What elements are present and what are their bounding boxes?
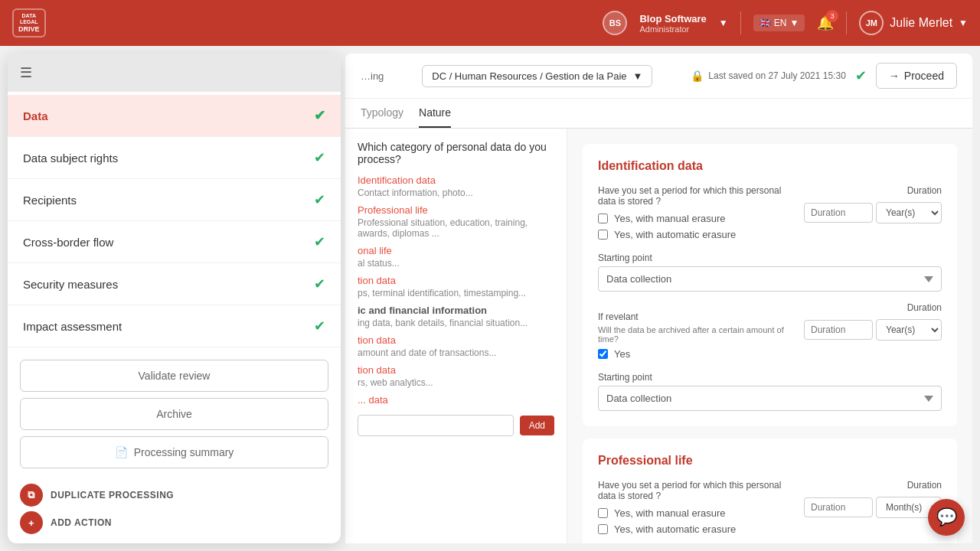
user-name: Julie Merlet xyxy=(890,16,952,30)
company-dropdown-icon[interactable]: ▼ xyxy=(719,18,728,28)
validate-review-button[interactable]: Validate review xyxy=(20,360,328,392)
proceed-button[interactable]: → Proceed xyxy=(876,63,957,89)
professional-title: Professional life xyxy=(598,454,942,468)
automatic-erasure-checkbox[interactable] xyxy=(598,230,608,240)
save-text: Last saved on 27 July 2021 15:30 xyxy=(708,70,845,81)
archive-yes-label: Yes xyxy=(614,348,630,360)
category-professional2[interactable]: onal life al status... xyxy=(358,245,554,269)
navbar-right: BS Blop Software Administrator ▼ 🇬🇧 EN ▼… xyxy=(603,11,968,35)
summary-label: Processing summary xyxy=(134,446,234,458)
checkbox-automatic: Yes, with automatic erasure xyxy=(598,229,789,240)
identification-title: Identification data xyxy=(598,159,942,173)
professional-card: Professional life Have you set a period … xyxy=(583,439,957,543)
check-saved-icon: ✔ xyxy=(855,67,867,84)
company-avatar[interactable]: BS xyxy=(603,11,627,35)
add-category-input[interactable] xyxy=(358,415,514,436)
sidebar-item-recipients[interactable]: Recipients ✔ xyxy=(8,179,341,221)
check-icon-recipients: ✔ xyxy=(314,191,325,208)
identification-storage-row: Have you set a period for which this per… xyxy=(598,185,942,245)
sidebar-buttons: Validate review Archive 📄 Processing sum… xyxy=(8,350,341,478)
archive-duration-input[interactable] xyxy=(804,320,873,340)
if-relevant-sub: Will the data be archived after a certai… xyxy=(598,325,789,344)
add-action-label: ADD ACTION xyxy=(51,517,112,528)
company-name: Blop Software xyxy=(639,13,706,24)
duration-unit-select[interactable]: Year(s) Month(s) Day(s) xyxy=(876,202,942,223)
sidebar-item-data[interactable]: Data ✔ xyxy=(8,95,341,137)
proceed-label: Proceed xyxy=(904,70,944,82)
category-identification[interactable]: Identification data Contact information,… xyxy=(358,174,554,198)
language-selector[interactable]: 🇬🇧 EN ▼ xyxy=(753,15,805,31)
check-icon-security: ✔ xyxy=(314,276,325,292)
sidebar-item-data-subject-rights[interactable]: Data subject rights ✔ xyxy=(8,137,341,179)
archive-duration-select[interactable]: Year(s) Month(s) xyxy=(876,319,942,341)
manual-erasure-label: Yes, with manual erasure xyxy=(614,213,726,224)
category-other[interactable]: ... data xyxy=(358,394,554,406)
header-right: 🔒 Last saved on 27 July 2021 15:30 ✔ → P… xyxy=(691,63,957,89)
identification-duration: Duration Year(s) Month(s) Day(s) xyxy=(804,185,942,223)
tab-typology[interactable]: Typology xyxy=(361,99,403,128)
identification-checkboxes: Have you set a period for which this per… xyxy=(598,185,789,245)
archive-yes-checkbox[interactable] xyxy=(598,349,608,359)
category-sub: Professional situation, education, train… xyxy=(358,217,554,239)
identification-card: Identification data Have you set a perio… xyxy=(583,144,957,426)
breadcrumb-left: …ing xyxy=(361,70,384,82)
duplicate-action[interactable]: ⧉ DUPLICATE PROCESSING xyxy=(20,484,328,507)
content-header: …ing DC / Human Resources / Gestion de l… xyxy=(345,54,972,99)
sidebar-nav: Data ✔ Data subject rights ✔ Recipients … xyxy=(8,92,341,350)
tab-nature[interactable]: Nature xyxy=(419,99,451,128)
category-question: Which category of personal data do you p… xyxy=(358,141,554,165)
proceed-arrow-icon: → xyxy=(889,70,900,82)
sidebar-item-label: Recipients xyxy=(23,194,77,207)
check-icon-impact: ✔ xyxy=(314,318,325,334)
automatic-erasure-label: Yes, with automatic erasure xyxy=(614,229,736,240)
add-category-button[interactable]: Add xyxy=(520,416,554,435)
archive-button[interactable]: Archive xyxy=(20,398,328,430)
question-panel: Which category of personal data do you p… xyxy=(345,129,567,543)
category-transaction1[interactable]: tion data ps, terminal identification, t… xyxy=(358,275,554,298)
sidebar-item-security[interactable]: Security measures ✔ xyxy=(8,263,341,305)
add-action[interactable]: + ADD ACTION xyxy=(20,511,328,534)
category-transaction2[interactable]: tion data amount and date of transaction… xyxy=(358,334,554,358)
notification-badge: 3 xyxy=(826,10,838,22)
pro-automatic-checkbox[interactable] xyxy=(598,524,608,534)
category-sub: al status... xyxy=(358,258,554,269)
breadcrumb-dropdown[interactable]: DC / Human Resources / Gestion de la Pai… xyxy=(422,65,652,87)
user-menu[interactable]: JM Julie Merlet ▼ xyxy=(859,11,968,35)
chat-bubble-button[interactable]: 💬 xyxy=(928,499,965,536)
content-area: …ing DC / Human Resources / Gestion de l… xyxy=(341,46,980,551)
processing-summary-button[interactable]: 📄 Processing summary xyxy=(20,436,328,468)
category-transaction3[interactable]: tion data rs, web analytics... xyxy=(358,364,554,388)
breadcrumb-text: DC / Human Resources / Gestion de la Pai… xyxy=(432,70,626,82)
pro-duration-input[interactable] xyxy=(804,497,873,517)
category-link: Identification data xyxy=(358,174,554,186)
category-link: tion data xyxy=(358,364,554,376)
content-tabs: Typology Nature xyxy=(345,99,972,129)
separator xyxy=(740,11,741,34)
category-link: Professional life xyxy=(358,204,554,216)
logo-text: DATA xyxy=(22,13,36,19)
category-professional1[interactable]: Professional life Professional situation… xyxy=(358,204,554,239)
check-icon-data: ✔ xyxy=(314,107,325,124)
category-financial[interactable]: ic and financial information ing data, b… xyxy=(358,305,554,328)
pro-manual-checkbox[interactable] xyxy=(598,508,608,518)
sidebar-item-label: Data xyxy=(23,109,48,122)
duplicate-icon: ⧉ xyxy=(20,484,43,507)
pro-automatic-label: Yes, with automatic erasure xyxy=(614,523,736,535)
sidebar-item-cross-border[interactable]: Cross-border flow ✔ xyxy=(8,221,341,263)
manual-erasure-checkbox[interactable] xyxy=(598,214,608,223)
duplicate-label: DUPLICATE PROCESSING xyxy=(51,490,174,500)
hamburger-icon[interactable]: ☰ xyxy=(20,64,32,81)
starting-point-select[interactable]: Data collection xyxy=(598,266,942,292)
duration-input[interactable] xyxy=(804,203,873,223)
sidebar-panel: ☰ Data ✔ Data subject rights ✔ Recipient… xyxy=(8,54,341,543)
content-body: Which category of personal data do you p… xyxy=(345,129,972,543)
sidebar-item-impact[interactable]: Impact assessment ✔ xyxy=(8,305,341,347)
sidebar-item-label: Data subject rights xyxy=(23,152,118,165)
professional-storage-row: Have you set a period for which this per… xyxy=(598,480,942,540)
archive-starting-point-select[interactable]: Data collection xyxy=(598,386,942,411)
separator2 xyxy=(846,11,847,34)
category-sub: ps, terminal identification, timestampin… xyxy=(358,288,554,298)
detail-panel: Identification data Have you set a perio… xyxy=(567,129,972,543)
category-link: onal life xyxy=(358,245,554,256)
lang-label: EN xyxy=(774,18,787,28)
